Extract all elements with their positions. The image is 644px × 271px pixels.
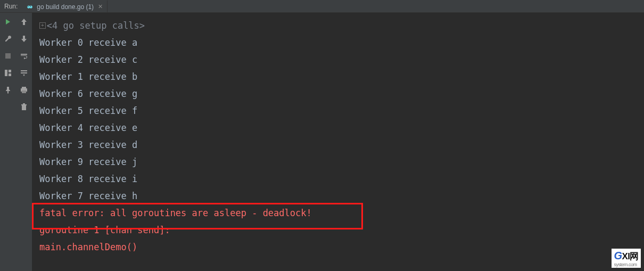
svg-rect-12 bbox=[22, 91, 26, 93]
stdout-line: Worker 2 receive c bbox=[39, 51, 644, 68]
svg-rect-13 bbox=[22, 105, 26, 110]
expand-fold-icon[interactable]: + bbox=[39, 22, 46, 29]
run-panel-header: Run: go build done.go (1) ✕ bbox=[0, 0, 644, 13]
down-arrow-icon[interactable] bbox=[18, 33, 30, 45]
stdout-line: Worker 9 receive j bbox=[39, 153, 644, 170]
stdout-line: Worker 8 receive i bbox=[39, 170, 644, 187]
svg-rect-10 bbox=[22, 87, 26, 88]
left-toolbar bbox=[0, 13, 16, 271]
folded-line[interactable]: +<4 go setup calls> bbox=[39, 17, 644, 34]
svg-rect-14 bbox=[21, 104, 27, 105]
tab-label: go build done.go (1) bbox=[37, 3, 94, 11]
stdout-line: Worker 1 receive b bbox=[39, 68, 644, 85]
stderr-line: main.channelDemo() bbox=[39, 239, 644, 256]
rerun-icon[interactable] bbox=[2, 16, 14, 28]
go-file-icon bbox=[26, 3, 34, 11]
wrench-icon[interactable] bbox=[2, 33, 14, 45]
stderr-line: fatal error: all goroutines are asleep -… bbox=[39, 204, 644, 221]
soft-wrap-icon[interactable] bbox=[18, 50, 30, 62]
print-icon[interactable] bbox=[18, 84, 30, 96]
svg-point-1 bbox=[30, 5, 32, 8]
stdout-line: Worker 6 receive g bbox=[39, 85, 644, 102]
secondary-toolbar bbox=[16, 13, 32, 271]
stdout-line: Worker 4 receive e bbox=[39, 119, 644, 136]
stdout-line: Worker 0 receive a bbox=[39, 34, 644, 51]
stderr-line: goroutine 1 [chan send]: bbox=[39, 221, 644, 239]
svg-rect-8 bbox=[21, 70, 27, 71]
svg-rect-5 bbox=[5, 70, 7, 76]
up-arrow-icon[interactable] bbox=[18, 16, 30, 28]
svg-rect-6 bbox=[9, 70, 11, 72]
main-area: +<4 go setup calls> Worker 0 receive a W… bbox=[0, 13, 644, 271]
stdout-line: Worker 3 receive d bbox=[39, 136, 644, 153]
console-output[interactable]: +<4 go setup calls> Worker 0 receive a W… bbox=[32, 13, 644, 271]
trash-icon[interactable] bbox=[18, 101, 30, 113]
svg-rect-9 bbox=[21, 72, 27, 73]
svg-rect-7 bbox=[9, 73, 11, 76]
panel-title: Run: bbox=[0, 3, 22, 10]
scroll-to-end-icon[interactable] bbox=[18, 67, 30, 79]
stdout-line: Worker 5 receive f bbox=[39, 102, 644, 119]
svg-rect-4 bbox=[5, 53, 11, 59]
layout-icon[interactable] bbox=[2, 67, 14, 79]
svg-rect-15 bbox=[23, 103, 25, 104]
pin-icon[interactable] bbox=[2, 84, 14, 96]
stop-icon[interactable] bbox=[2, 50, 14, 62]
run-config-tab[interactable]: go build done.go (1) ✕ bbox=[22, 0, 108, 12]
svg-point-2 bbox=[28, 6, 29, 6]
close-icon[interactable]: ✕ bbox=[98, 3, 103, 10]
watermark: GXI网 system.com bbox=[612, 249, 641, 268]
svg-point-3 bbox=[30, 6, 31, 6]
stdout-line: Worker 7 receive h bbox=[39, 187, 644, 204]
